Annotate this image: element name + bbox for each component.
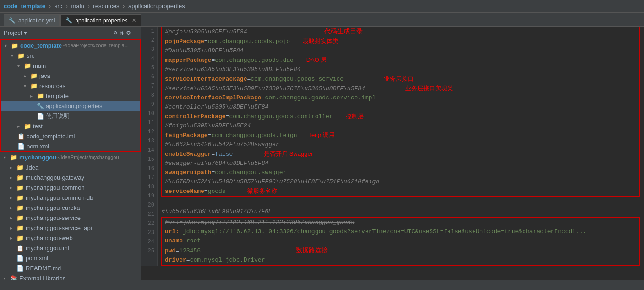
tab-properties[interactable]: 🔧 application.properties ✕ [60,14,141,26]
annotation-servicename: 微服务名称 [247,187,277,194]
code-line-16: swaggeruipath=com.changgou.swagger [165,168,637,177]
tree-item-common-db[interactable]: ▸ 📁 mychanggou-common-db [0,192,141,202]
sort-icon[interactable]: ⇅ [120,29,124,37]
folder-icon: 📁 [24,123,31,130]
gear-icon[interactable]: ⚙ [126,29,130,37]
code-line-4: mapperPackage=com.changgou.goods.dao DAO… [165,55,637,65]
tree-item-mychanggou-iml[interactable]: 📋 mychanggou.iml [0,243,141,253]
tree-item-template[interactable]: ▸ 📁 template [1,91,140,101]
tree-item-eureka[interactable]: ▸ 📁 mychanggou-eureka [0,202,141,213]
tree-item-usage[interactable]: 📄 使用说明 [1,111,140,121]
mychanggou-section: ▾ 📁 mychanggou ~/IdeaProjects/mychanggou… [0,152,141,280]
sidebar: Project ▾ ⊕ ⇅ ⚙ — ▾ 📁 code_template ~/Id… [0,27,141,280]
file-icon: 📄 [16,265,24,272]
code-line-15: #swagger-ui\u7684\u8DEF\u5F84 [165,159,637,168]
arrow-icon: ▸ [10,175,16,180]
tree-item-mychanggou-pom[interactable]: 📄 pom.xml [0,253,141,263]
file-icon: 📄 [17,143,25,150]
code-line-11: #feign\u5305\u8DEF\u5F84 [165,121,637,131]
tree-label: External Libraries [19,275,65,280]
folder-icon: 📁 [17,52,25,59]
folder-icon: 📚 [10,275,17,280]
tab-close-icon[interactable]: ✕ [132,17,136,23]
title-breadcrumb: code_template › src › main › resources ›… [4,3,185,10]
line-num-18: 18 [144,182,154,192]
tree-item-web[interactable]: ▸ 📁 mychanggou-web [0,233,141,243]
arrow-icon: ▾ [24,83,30,88]
code-box-2: #url=jdbc:mysql://192.168.211.132:3306/c… [161,217,640,266]
file-icon: 🔧 [37,103,44,109]
code-line-24: pwd=123456 数据路连接 [165,246,637,256]
tree-label: pom.xml [26,255,48,262]
tree-item-iml[interactable]: 📋 code_template.iml [1,131,140,141]
line-num-19: 19 [144,192,154,201]
line-num-25: 25 [144,246,154,256]
tree-item-src[interactable]: ▾ 📁 src [1,50,140,60]
tree-item-common[interactable]: ▸ 📁 mychanggou-common [0,182,141,192]
code-line-22: url: jdbc:mysql://116.62.13.104:3306/cha… [165,227,637,236]
tree-item-java[interactable]: ▸ 📁 java [1,71,140,81]
folder-icon: 📁 [30,82,38,89]
folder-icon: 📁 [16,224,24,231]
tree-label: mychanggou-service_api [26,224,92,231]
tree-item-pom[interactable]: 📄 pom.xml [1,141,140,151]
tree-item-application-properties[interactable]: 🔧 application.properties [1,101,140,111]
folder-icon: 📁 [11,42,18,49]
tree-label: mychanggou-common-db [26,194,93,201]
tree-label: mychanggou.iml [26,245,69,252]
folder-icon: 📁 [16,194,24,201]
tree-item-service[interactable]: ▸ 📁 mychanggou-service [0,213,141,223]
tree-label: mychanggou-common [26,184,85,191]
arrow-icon: ▾ [17,63,24,68]
sidebar-header: Project ▾ ⊕ ⇅ ⚙ — [0,27,141,39]
file-icon: 📋 [16,245,24,252]
line-num-9: 9 [144,100,154,109]
arrow-icon: ▾ [11,53,17,58]
tree-label: pom.xml [27,143,49,150]
title-bar: code_template › src › main › resources ›… [0,0,644,13]
code-line-25: driver=com.mysql.jdbc.Driver [165,256,637,265]
tree-label: muchanggou-gateway [26,174,84,181]
arrow-icon: ▸ [10,165,16,170]
minimize-icon[interactable]: — [133,29,137,37]
sidebar-title: Project ▾ [4,29,27,36]
tree-label: .idea [26,164,38,171]
annotation-pojo: 表映射实体类 [303,38,338,44]
folder-icon: 📁 [24,62,31,69]
tree-label: 使用说明 [46,112,70,120]
add-icon[interactable]: ⊕ [113,29,117,37]
tree-item-mychanggou[interactable]: ▾ 📁 mychanggou ~/IdeaProjects/mychanggou [0,152,141,162]
line-num-14: 14 [144,146,154,155]
line-num-23: 23 [144,228,154,237]
tree-item-readme[interactable]: 📄 README.md [0,263,141,273]
folder-icon: 📁 [16,214,24,221]
tree-item-service-api[interactable]: ▸ 📁 mychanggou-service_api [0,223,141,233]
code-line-18: serviceName=goods 微服务名称 [165,186,637,196]
tree-item-main[interactable]: ▾ 📁 main [1,60,140,71]
arrow-icon: ▸ [17,124,24,129]
folder-icon: 📁 [30,72,38,79]
code-line-3: #Dao\u5305\u8DEF\u5F84 [165,46,637,55]
tree-item-code-template[interactable]: ▾ 📁 code_template ~/IdeaProjects/code_te… [1,40,140,50]
tree-item-resources[interactable]: ▾ 📁 resources [1,81,140,91]
line-numbers: 1 2 3 4 5 6 7 8 9 10 11 12 13 14 15 16 1 [141,27,158,266]
code-line-5: #service\u63A5\u53E3\u5305\u8DEF\u5F84 [165,65,637,74]
code-line-13: #\u662F\u5426\u542F\u7528swagger [165,140,637,149]
arrow-icon: ▸ [10,185,16,190]
code-line-9: #controller\u5305\u8DEF\u5F84 [165,103,637,112]
tree-item-gateway[interactable]: ▸ 📁 muchanggou-gateway [0,172,141,182]
tree-item-idea[interactable]: ▸ 📁 .idea [0,162,141,172]
line-num-2: 2 [144,36,154,45]
tree-item-test[interactable]: ▸ 📁 test [1,121,140,131]
line-num-21: 21 [144,210,154,219]
editor: 代码生成目录 1 2 3 4 5 6 7 8 9 10 11 12 13 14 [141,27,644,280]
annotation-feign: feign调用 [310,131,334,138]
tab-yml[interactable]: 🔧 application.yml [4,14,60,26]
code-line-21: #url=jdbc:mysql://192.168.211.132:3306/c… [165,218,637,227]
tree-label: mychanggou-service [26,214,81,221]
code-line-12: feignPackage=com.changgou.goods.feign fe… [165,131,637,140]
tree-item-external-libs[interactable]: ▸ 📚 External Libraries [0,273,141,280]
tree-label: test [33,123,43,130]
tree-label: src [27,52,34,59]
tree-suffix: ~/IdeaProjects/mychanggou [56,154,119,160]
